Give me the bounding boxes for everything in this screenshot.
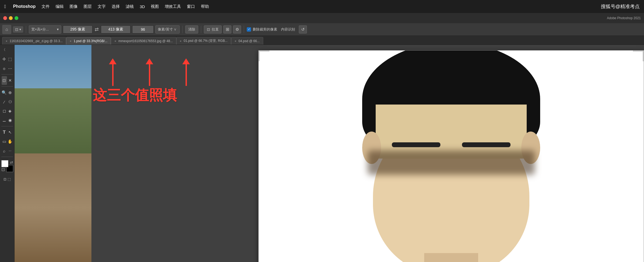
grid-overlay-button[interactable]: ⊞: [223, 25, 231, 33]
rotate-icon: ↺: [301, 27, 305, 32]
ratio-dropdown[interactable]: 宽×高×分... ▾: [29, 25, 61, 33]
arrowhead-2: [146, 58, 153, 64]
more-tools-button[interactable]: ···: [8, 146, 13, 155]
title-bar: Adobe Photoshop 2021: [0, 13, 644, 23]
arrows-row: [109, 58, 190, 86]
tab-close-4[interactable]: ×: [235, 39, 236, 43]
annotation-overlay: 这三个值照填: [93, 58, 190, 105]
fullscreen-button[interactable]: [15, 16, 18, 20]
tool-group-select: ✢ ⬚ ⌾ ⋯: [0, 55, 14, 73]
minimize-button[interactable]: [9, 16, 13, 20]
tool-group-crop: ⊡ ✕: [0, 76, 14, 85]
height-input[interactable]: [101, 25, 131, 33]
stamp-tool-button[interactable]: ✕: [8, 76, 13, 85]
unit-dropdown[interactable]: 像素/英寸 ∨: [155, 25, 180, 33]
path-select-button[interactable]: ↖: [8, 128, 13, 137]
settings-button[interactable]: ⚙: [233, 25, 241, 33]
swap-colors-icon[interactable]: ⇄: [10, 160, 13, 164]
app-name[interactable]: Photoshop: [13, 4, 36, 9]
arrowshaft-3: [186, 64, 187, 86]
brush-tool-button[interactable]: ∕: [2, 98, 7, 106]
canvas-area[interactable]: 这三个值照填: [15, 45, 644, 262]
crop-icon: ⊡: [15, 27, 18, 32]
tab-close-0[interactable]: ×: [6, 39, 7, 43]
person-tool-button[interactable]: ⚇: [8, 98, 13, 106]
border-mark-tl-v: [259, 51, 260, 61]
menu-window[interactable]: 窗口: [187, 4, 195, 9]
background-landscape: [15, 45, 91, 262]
delete-cropped-toggle[interactable]: ✓ 删除裁剪的像素: [247, 27, 277, 32]
type-tool-button[interactable]: T: [2, 128, 7, 137]
tab-close-1[interactable]: ×: [70, 39, 71, 43]
marquee-tool-button[interactable]: ⬚: [8, 55, 13, 63]
lasso-tool-button[interactable]: ⌾: [2, 64, 7, 73]
resolution-input[interactable]: [132, 25, 154, 33]
tab-0[interactable]: × 1161610432669_.pic_d.jpg @ 33.3...: [2, 37, 66, 45]
apple-logo-icon[interactable]: : [4, 4, 6, 9]
menu-filter[interactable]: 滤镜: [126, 4, 134, 9]
annotation-text: 这三个值照填: [93, 86, 190, 105]
separator-1: [26, 26, 26, 33]
crop-tool-selector[interactable]: ⊡ ▾: [13, 26, 23, 33]
eyedropper-tool-button[interactable]: 🔍: [2, 88, 7, 97]
width-input[interactable]: [63, 25, 93, 33]
swap-dimensions-icon[interactable]: ⇄: [94, 26, 99, 32]
foreground-area: [15, 153, 91, 262]
tab-4[interactable]: × 04.psd @ 66...: [231, 37, 263, 45]
menu-help[interactable]: 帮助: [201, 4, 209, 9]
dodge-tool-button[interactable]: ⚊: [2, 116, 7, 125]
menu-select[interactable]: 选择: [112, 4, 120, 9]
photo-area: [259, 51, 644, 262]
menu-image[interactable]: 图像: [70, 4, 78, 9]
separator-2: [182, 26, 183, 33]
magic-wand-button[interactable]: ⋯: [8, 64, 13, 73]
tab-2[interactable]: × mmexport1610508176553.jpg @ 48...: [111, 37, 176, 45]
close-button[interactable]: [3, 16, 7, 20]
reset-colors-icon[interactable]: ⊡: [1, 167, 5, 172]
tool-divider-4: [1, 157, 13, 157]
tool-divider-3: [1, 126, 13, 126]
menu-3d[interactable]: 3D: [140, 4, 145, 9]
menu-layer[interactable]: 图层: [84, 4, 92, 9]
menu-edit[interactable]: 编辑: [56, 4, 64, 9]
home-button[interactable]: ⌂: [2, 25, 11, 34]
zoom-tool-button[interactable]: ⌕: [2, 146, 7, 155]
border-mark-tr-v: [643, 51, 644, 61]
arrowhead-3: [182, 58, 190, 64]
document-canvas: [258, 50, 644, 262]
shape-tool-button[interactable]: ▭: [2, 137, 7, 146]
move-tool-button[interactable]: ✢: [2, 55, 7, 63]
foreground-color-swatch[interactable]: [1, 160, 8, 167]
tool-group-retouch: 🔍 ⊕ ∕ ⚇ ◻ ◈ ⚊ ◉: [0, 88, 14, 125]
menu-text[interactable]: 文字: [98, 4, 106, 9]
unit-label: 像素/英寸 ∨: [158, 27, 177, 32]
straighten-button[interactable]: ⊡ 拉直: [204, 25, 222, 33]
tab-3[interactable]: × 01.psd @ 66.7% (背景, RGB...: [176, 37, 231, 45]
gradient-tool-button[interactable]: ◈: [8, 107, 13, 115]
eraser-tool-button[interactable]: ◻: [2, 107, 7, 115]
crop-tool-button[interactable]: ⊡: [2, 76, 7, 85]
tab-label-2: mmexport1610508176553.jpg @ 48...: [118, 39, 173, 43]
title-bar-title: Adobe Photoshop 2021: [607, 16, 641, 20]
clear-button[interactable]: 清除: [185, 25, 198, 33]
tab-close-3[interactable]: ×: [180, 39, 181, 43]
checkbox-delete-cropped[interactable]: ✓: [247, 27, 251, 32]
tab-1[interactable]: × 1.psd @ 33.3%(RGB/...: [66, 37, 111, 45]
rotate-button[interactable]: ↺: [299, 25, 307, 33]
heal-tool-button[interactable]: ⊕: [8, 88, 13, 97]
screen-mode-button[interactable]: ⬚: [8, 175, 11, 183]
hand-tool-button[interactable]: ✋: [8, 137, 13, 146]
menu-bar-right: 搜狐号@精准考点: [601, 3, 640, 10]
tab-label-3: 01.psd @ 66.7% (背景, RGB...: [184, 39, 228, 43]
content-aware-button[interactable]: 内容识别: [279, 26, 297, 33]
arrow-width: [109, 58, 117, 86]
pen-tool-button[interactable]: ◉: [8, 116, 13, 125]
collapse-toolbar-button[interactable]: 《: [1, 46, 6, 53]
tab-label-1: 1.psd @ 33.3%(RGB/...: [74, 39, 108, 43]
tab-close-2[interactable]: ×: [114, 39, 116, 43]
menu-view[interactable]: 视图: [151, 4, 159, 9]
color-swatches: ⇄ ⊡: [1, 160, 13, 172]
quick-mask-button[interactable]: ⊡: [4, 175, 6, 183]
menu-plugins[interactable]: 增效工具: [165, 4, 181, 9]
menu-file[interactable]: 文件: [42, 4, 50, 9]
